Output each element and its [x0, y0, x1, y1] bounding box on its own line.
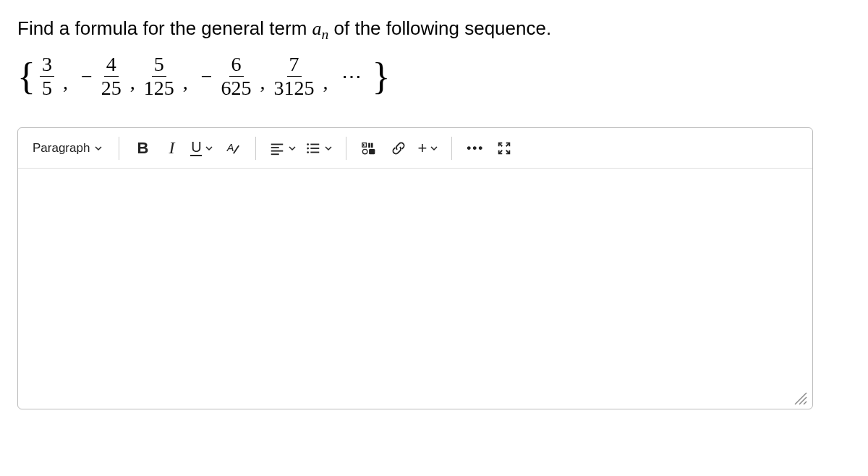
svg-point-6 — [307, 143, 310, 145]
media-button[interactable] — [357, 135, 383, 161]
toolbar-separator — [119, 137, 119, 160]
ellipsis: ⋯ — [341, 64, 364, 88]
clear-formatting-icon: A — [224, 140, 240, 156]
question-text: Find a formula for the general term an o… — [17, 17, 851, 40]
svg-rect-15 — [369, 148, 375, 153]
fraction-2: 4 25 — [101, 54, 122, 98]
chevron-down-icon — [288, 144, 297, 153]
sequence-display: { 3 5 , − 4 25 , 5 125 , − 6 625 , 7 312… — [17, 54, 851, 98]
toolbar-separator — [255, 137, 256, 160]
chevron-down-icon — [205, 144, 213, 153]
question-suffix: of the following sequence. — [328, 17, 551, 39]
fraction-3: 5 125 — [144, 54, 174, 98]
editor-toolbar: Paragraph B I U A — [18, 128, 812, 169]
svg-text:A: A — [226, 141, 234, 153]
toolbar-separator — [451, 137, 452, 160]
chevron-down-icon — [430, 144, 438, 153]
list-dropdown[interactable] — [302, 135, 336, 161]
toolbar-separator — [346, 137, 346, 160]
more-button[interactable]: ••• — [462, 135, 488, 161]
align-left-icon — [269, 140, 285, 156]
block-format-label: Paragraph — [33, 141, 90, 156]
editor-content-area[interactable] — [18, 169, 812, 400]
underline-icon: U — [190, 140, 202, 156]
link-icon — [391, 140, 407, 156]
var-a: a — [312, 18, 322, 39]
var-n: n — [322, 27, 329, 42]
chevron-down-icon — [94, 144, 103, 153]
svg-point-14 — [363, 149, 367, 153]
block-format-dropdown[interactable]: Paragraph — [27, 135, 109, 161]
clear-formatting-button[interactable]: A — [219, 135, 245, 161]
close-brace: } — [373, 58, 391, 95]
resize-handle[interactable] — [792, 390, 808, 406]
fraction-5: 7 3125 — [274, 54, 315, 98]
italic-button[interactable]: I — [158, 135, 184, 161]
svg-rect-13 — [371, 143, 373, 147]
insert-dropdown[interactable]: + — [414, 135, 441, 161]
plus-icon: + — [417, 139, 427, 158]
fullscreen-icon — [496, 140, 512, 156]
link-button[interactable] — [386, 135, 412, 161]
open-brace: { — [17, 58, 35, 95]
question-prefix: Find a formula for the general term — [17, 17, 312, 39]
bold-button[interactable]: B — [129, 135, 156, 161]
underline-dropdown[interactable]: U — [187, 135, 216, 161]
media-icon — [361, 140, 378, 156]
svg-rect-12 — [369, 143, 371, 147]
chevron-down-icon — [324, 144, 333, 153]
svg-point-10 — [307, 151, 310, 153]
rich-text-editor: Paragraph B I U A — [17, 127, 813, 409]
fullscreen-button[interactable] — [491, 135, 517, 161]
svg-line-1 — [234, 145, 239, 153]
fraction-4: 6 625 — [221, 54, 252, 98]
fraction-1: 3 5 — [40, 54, 54, 98]
svg-point-8 — [307, 147, 310, 149]
svg-line-22 — [804, 401, 807, 404]
more-icon: ••• — [467, 141, 484, 156]
list-icon — [305, 140, 321, 156]
align-dropdown[interactable] — [266, 135, 299, 161]
